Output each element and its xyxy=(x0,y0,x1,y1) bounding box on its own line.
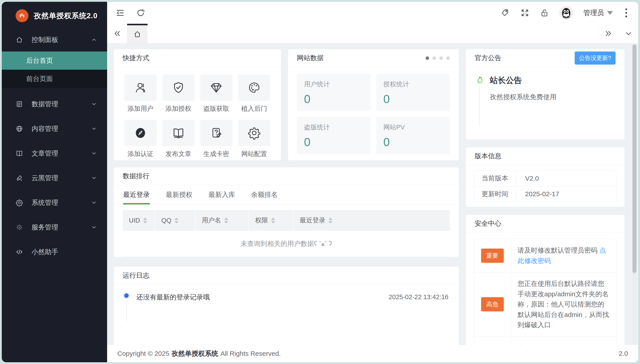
chevron-down-icon xyxy=(91,200,97,206)
sidebar-item-system-mgmt[interactable]: 系统管理 xyxy=(2,194,107,211)
tab-bar xyxy=(107,24,638,43)
content-scrollbar[interactable] xyxy=(632,44,636,344)
security-text: 您正在使用后台默认路径请您手动更改app/admin文件夹的名称，原因：他人可以… xyxy=(518,280,609,328)
user-name: 管理员 xyxy=(583,8,604,18)
sidebar-item-label: 内容管理 xyxy=(32,124,58,134)
carousel-dot[interactable] xyxy=(446,56,450,60)
fullscreen-icon[interactable] xyxy=(520,8,530,18)
shield-check-icon xyxy=(172,81,185,94)
gear-icon xyxy=(16,199,23,206)
quick-generate-card-key[interactable]: 生成卡密 xyxy=(200,120,233,158)
stat-value: 0 xyxy=(383,136,443,149)
palette-icon xyxy=(248,81,261,94)
carousel-dot[interactable] xyxy=(425,56,429,60)
app-title: 孜然单授权系统2.0 xyxy=(34,11,98,21)
sidebar-item-label: 小然助手 xyxy=(32,248,58,256)
refresh-icon[interactable] xyxy=(136,8,145,18)
globe-icon xyxy=(16,125,23,132)
sidebar-item-article-mgmt[interactable]: 文章管理 xyxy=(2,145,107,162)
version-row: 更新时间 2025-02-17 xyxy=(474,186,616,202)
official-announcement-panel: 官方公告 公告没更新? 站长公告 孜然授权系统免费使用 xyxy=(466,49,624,140)
tab-home[interactable] xyxy=(127,24,148,43)
carousel-dot[interactable] xyxy=(439,56,443,60)
header-right-tools: 管理员 xyxy=(501,6,629,20)
scrollbar-thumb[interactable] xyxy=(632,44,636,273)
panel-title: 快捷方式 xyxy=(114,49,281,67)
current-version-value: V2.0 xyxy=(516,171,616,186)
sort-icon[interactable] xyxy=(271,218,275,224)
sidebar-item-service-mgmt[interactable]: 服务管理 xyxy=(2,218,107,236)
app-logo-icon xyxy=(16,9,29,22)
quick-add-user[interactable]: 添加用户 xyxy=(124,74,157,113)
data-ranking-panel: 数据排行 最近登录 最新授权 最新入库 余额排名 UID QQ 用户名 权限 xyxy=(114,167,459,257)
announcement-post-title: 站长公告 xyxy=(490,75,522,86)
sidebar-item-control-panel[interactable]: 控制面板 xyxy=(2,31,107,48)
quick-add-authorization[interactable]: 添加授权 xyxy=(162,74,195,113)
column-header: 用户名 xyxy=(202,216,221,225)
sidebar-item-frontend-page[interactable]: 前台页面 xyxy=(2,70,107,88)
severity-badge: 高危 xyxy=(481,297,504,312)
tabs-scroll-left-icon[interactable] xyxy=(107,24,127,43)
sort-icon[interactable] xyxy=(224,218,228,224)
security-center-panel: 安全中心 重要 请及时修改默认管理员密码 点此修改密码 高危 您正在使用后台默认… xyxy=(466,215,624,345)
tabs-scroll-right-icon[interactable] xyxy=(598,24,618,43)
tag-icon[interactable] xyxy=(501,8,510,18)
quick-site-config[interactable]: 网站配置 xyxy=(238,120,271,158)
compass-icon xyxy=(134,126,147,140)
lock-icon[interactable] xyxy=(540,8,549,18)
carousel-dot[interactable] xyxy=(433,56,436,60)
flame-icon xyxy=(475,76,484,85)
sidebar-item-label: 服务管理 xyxy=(32,223,58,232)
chevron-up-icon xyxy=(91,37,97,42)
user-avatar[interactable] xyxy=(559,6,573,20)
stat-value: 0 xyxy=(304,136,363,149)
collapse-sidebar-icon[interactable] xyxy=(116,8,125,18)
panel-title: 版本信息 xyxy=(466,148,624,165)
tab-recent-login[interactable]: 最近登录 xyxy=(123,185,150,204)
ranking-table: UID QQ 用户名 权限 最近登录 未查询到相关的用户数据ʕ ˆﻌˆ ʔ xyxy=(123,210,450,257)
user-menu[interactable]: 管理员 xyxy=(583,8,613,18)
log-text: 还没有最新的登录记录哦 xyxy=(136,294,210,301)
update-time-value: 2025-02-17 xyxy=(516,186,616,202)
stat-users: 用户统计 0 xyxy=(297,74,370,111)
tab-latest-authorization[interactable]: 最新授权 xyxy=(166,185,192,204)
sort-icon[interactable] xyxy=(328,218,332,224)
sidebar-item-backend-home[interactable]: 后台首页 xyxy=(2,52,107,70)
chevron-down-icon xyxy=(91,224,97,230)
copyright-prefix: Copyright © 2025 xyxy=(117,350,169,357)
sidebar-item-cloud-blacklist-mgmt[interactable]: 云黑管理 xyxy=(2,169,107,187)
site-stats-panel: 网站数据 用户统计 0 xyxy=(288,49,459,160)
quick-publish-article[interactable]: 发布文章 xyxy=(162,120,195,158)
sort-icon[interactable] xyxy=(143,218,147,224)
panel-title: 运行日志 xyxy=(114,267,459,284)
tab-balance-ranking[interactable]: 余额排名 xyxy=(251,185,278,204)
quick-pirate-fetch[interactable]: 盗版获取 xyxy=(200,74,233,113)
chevron-down-icon xyxy=(91,101,97,107)
security-row: 重要 请及时修改默认管理员密码 点此修改密码 xyxy=(474,239,616,272)
user-icon xyxy=(134,81,147,94)
chevron-down-icon xyxy=(91,175,97,181)
panel-title: 官方公告 xyxy=(475,54,501,62)
sidebar-item-data-mgmt[interactable]: 数据管理 xyxy=(2,96,107,113)
sidebar-item-label: 系统管理 xyxy=(32,198,58,207)
book-icon xyxy=(172,126,185,140)
document-icon xyxy=(16,100,23,108)
tab-latest-storage[interactable]: 最新入库 xyxy=(208,185,235,204)
more-menu-icon[interactable] xyxy=(623,7,629,19)
diamond-icon xyxy=(209,81,223,94)
tabs-menu-icon[interactable] xyxy=(618,24,638,43)
sidebar-item-assistant[interactable]: 小然助手 xyxy=(2,243,107,260)
code-icon xyxy=(16,248,23,256)
quick-backdoor[interactable]: 植入后门 xyxy=(238,74,271,113)
caret-down-icon xyxy=(607,11,613,15)
sort-icon[interactable] xyxy=(174,218,178,224)
home-icon xyxy=(16,36,23,44)
tabbar-spacer xyxy=(148,24,598,43)
timeline-dot-icon xyxy=(124,294,129,298)
sidebar-item-content-mgmt[interactable]: 内容管理 xyxy=(2,120,107,138)
sidebar: 孜然单授权系统2.0 控制面板 后台首页 前台页面 数据管理 内容管理 文章管理… xyxy=(2,2,107,362)
quick-add-certification[interactable]: 添加认证 xyxy=(124,120,157,158)
log-entry: 还没有最新的登录记录哦 2025-02-22 13:42:16 xyxy=(124,294,449,322)
announcement-not-updated-button[interactable]: 公告没更新? xyxy=(575,52,615,64)
spark-icon xyxy=(16,224,23,231)
